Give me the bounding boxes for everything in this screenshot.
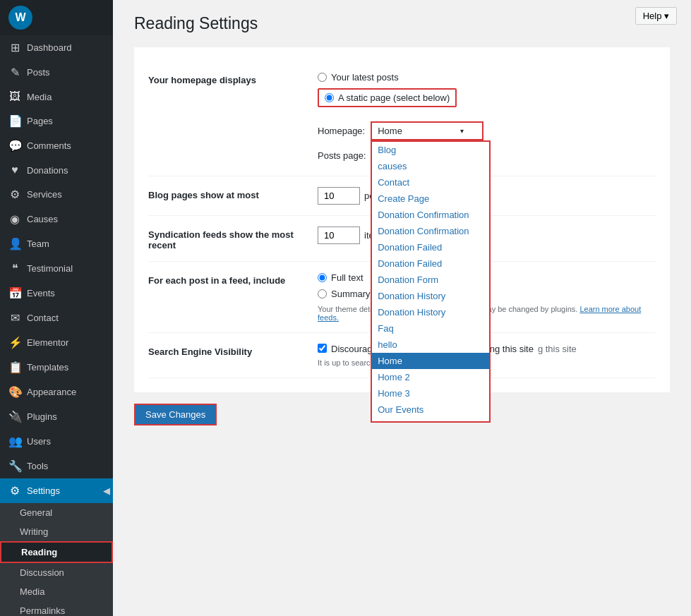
- sidebar-item-posts[interactable]: ✎ Posts: [0, 60, 113, 85]
- contact-icon: ✉: [8, 311, 21, 325]
- dropdown-item-7[interactable]: Donation Failed: [372, 255, 489, 272]
- users-icon: 👥: [8, 435, 21, 448]
- feed-include-label: For each post in a feed, include: [148, 272, 304, 286]
- homepage-selected-value: Home: [378, 126, 402, 136]
- sidebar-item-dashboard[interactable]: ⊞ Dashboard: [0, 35, 113, 60]
- sidebar-item-testimonial[interactable]: ❝ Testimonial: [0, 256, 113, 281]
- dropdown-item-3[interactable]: Create Page: [372, 191, 489, 207]
- dropdown-item-5[interactable]: Donation Confirmation: [372, 223, 489, 239]
- sidebar-item-comments[interactable]: 💬 Comments: [0, 133, 113, 158]
- homepage-select-container: Home ▾ BlogcausesContactCreate PageDonat…: [371, 121, 483, 140]
- dropdown-item-12[interactable]: hello: [372, 337, 489, 353]
- summary-label: Summary: [331, 289, 371, 299]
- sidebar-item-appearance[interactable]: 🎨 Appearance: [0, 380, 113, 404]
- sidebar-item-users[interactable]: 👥 Users: [0, 429, 113, 454]
- dropdown-item-14[interactable]: Home 2: [372, 369, 489, 385]
- sidebar-item-templates[interactable]: 📋 Templates: [0, 355, 113, 380]
- dropdown-item-17[interactable]: Our Team: [372, 418, 489, 423]
- main-content: Help ▾ Reading Settings Your homepage di…: [113, 0, 691, 616]
- homepage-displays-label: Your homepage displays: [148, 72, 304, 85]
- pages-icon: 📄: [8, 114, 21, 128]
- sidebar-item-team[interactable]: 👤 Team: [0, 231, 113, 256]
- submenu-discussion[interactable]: Discussion: [0, 563, 113, 582]
- submenu-writing[interactable]: Writing: [0, 522, 113, 541]
- homepage-dropdown[interactable]: BlogcausesContactCreate PageDonation Con…: [371, 140, 491, 423]
- sidebar-item-causes[interactable]: ◉ Causes: [0, 207, 113, 231]
- dropdown-item-4[interactable]: Donation Confirmation: [372, 207, 489, 223]
- latest-posts-option[interactable]: Your latest posts: [318, 72, 656, 83]
- dropdown-item-6[interactable]: Donation Failed: [372, 239, 489, 255]
- sidebar-item-media[interactable]: 🖼 Media: [0, 85, 113, 109]
- sidebar-label-testimonial: Testimonial: [27, 263, 73, 274]
- blog-pages-input[interactable]: [318, 187, 360, 205]
- homepage-select-row: Homepage: Home ▾ BlogcausesContactCreate…: [318, 121, 656, 165]
- sidebar-label-settings: Settings: [27, 485, 60, 496]
- sidebar-item-elementor[interactable]: ⚡ Elementor: [0, 330, 113, 355]
- latest-posts-label: Your latest posts: [331, 72, 399, 83]
- services-icon: ⚙: [8, 188, 21, 201]
- homepage-select[interactable]: Home ▾: [371, 121, 483, 140]
- submenu-permalinks[interactable]: Permalinks: [0, 601, 113, 616]
- sidebar-item-contact[interactable]: ✉ Contact: [0, 306, 113, 330]
- sidebar-label-events: Events: [27, 288, 55, 298]
- submenu-reading[interactable]: Reading: [0, 541, 113, 563]
- page-title: Reading Settings: [134, 14, 670, 33]
- dropdown-item-8[interactable]: Donation Form: [372, 272, 489, 288]
- sidebar-label-contact: Contact: [27, 313, 59, 323]
- tools-icon: 🔧: [8, 459, 21, 473]
- blog-pages-label: Blog pages show at most: [148, 187, 304, 200]
- submenu-general[interactable]: General: [0, 503, 113, 522]
- sidebar-label-services: Services: [27, 189, 62, 200]
- sidebar-item-plugins[interactable]: 🔌 Plugins: [0, 404, 113, 429]
- sidebar-label-media: Media: [27, 92, 52, 102]
- sidebar-label-templates: Templates: [27, 362, 68, 373]
- dropdown-item-1[interactable]: causes: [372, 158, 489, 174]
- templates-icon: 📋: [8, 361, 21, 374]
- sidebar-item-tools[interactable]: 🔧 Tools: [0, 454, 113, 478]
- homepage-displays-content: Your latest posts A static page (select …: [318, 72, 656, 165]
- help-button[interactable]: Help ▾: [635, 7, 677, 25]
- sidebar-label-plugins: Plugins: [27, 411, 57, 422]
- dropdown-item-10[interactable]: Donation History: [372, 304, 489, 320]
- causes-icon: ◉: [8, 212, 21, 226]
- sidebar-label-posts: Posts: [27, 67, 50, 78]
- sidebar-label-team: Team: [27, 238, 49, 249]
- dropdown-item-9[interactable]: Donation History: [372, 288, 489, 304]
- save-changes-button[interactable]: Save Changes: [134, 404, 217, 425]
- full-text-radio[interactable]: [318, 273, 327, 282]
- elementor-icon: ⚡: [8, 336, 21, 349]
- visibility-label: Search Engine Visibility: [148, 344, 304, 357]
- sidebar-item-services[interactable]: ⚙ Services: [0, 182, 113, 207]
- syndication-label: Syndication feeds show the most recent: [148, 227, 304, 250]
- summary-radio[interactable]: [318, 289, 327, 298]
- dropdown-item-13[interactable]: Home: [372, 353, 489, 369]
- submenu-media[interactable]: Media: [0, 582, 113, 601]
- wp-logo: W: [0, 0, 113, 35]
- dropdown-item-15[interactable]: Home 3: [372, 385, 489, 401]
- dropdown-item-2[interactable]: Contact: [372, 174, 489, 191]
- dropdown-item-11[interactable]: Faq: [372, 320, 489, 337]
- syndication-input[interactable]: [318, 227, 360, 244]
- sidebar-item-events[interactable]: 📅 Events: [0, 281, 113, 306]
- appearance-icon: 🎨: [8, 385, 21, 399]
- sidebar-item-pages[interactable]: 📄 Pages: [0, 109, 113, 133]
- full-text-label: Full text: [331, 272, 363, 283]
- sidebar-label-appearance: Appearance: [27, 387, 76, 397]
- sidebar-item-donations[interactable]: ♥ Donations: [0, 158, 113, 182]
- static-page-option[interactable]: A static page (select below): [318, 88, 457, 107]
- wp-icon: W: [8, 6, 32, 30]
- sidebar-label-causes: Causes: [27, 214, 58, 224]
- settings-form: Your homepage displays Your latest posts…: [134, 47, 670, 392]
- sidebar-label-donations: Donations: [27, 165, 68, 176]
- settings-arrow: ◀: [103, 485, 110, 496]
- static-page-radio[interactable]: [325, 93, 334, 102]
- static-page-label: A static page (select below): [338, 92, 450, 103]
- sidebar-item-settings[interactable]: ⚙ Settings ◀: [0, 478, 113, 503]
- dropdown-item-16[interactable]: Our Events: [372, 401, 489, 418]
- latest-posts-radio[interactable]: [318, 73, 327, 82]
- dropdown-item-0[interactable]: Blog: [372, 142, 489, 158]
- visibility-checkbox[interactable]: [318, 344, 327, 353]
- homepage-field-label: Homepage:: [318, 126, 365, 136]
- sidebar-label-pages: Pages: [27, 116, 53, 126]
- posts-page-field-label: Posts page:: [318, 150, 366, 161]
